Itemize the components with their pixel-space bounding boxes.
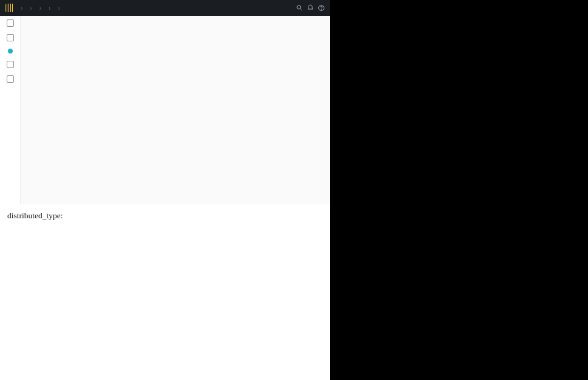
help-icon[interactable] [318,4,325,12]
topbar: › › › › › [0,0,330,16]
config-line: distributed_type: [7,209,323,223]
rail-logs[interactable] [7,61,14,69]
search-icon[interactable] [296,4,303,12]
bell-icon[interactable] [307,4,314,12]
wandb-logo-icon[interactable] [5,4,13,12]
svg-point-0 [297,5,301,9]
left-rail [0,16,21,204]
rail-charts[interactable] [7,34,14,43]
chart-grid [21,16,330,204]
svg-point-2 [321,9,322,10]
nvidia-smi-terminal [330,0,588,380]
rail-system[interactable] [8,49,13,55]
rail-files[interactable] [7,75,14,84]
config-block: distributed_type: [0,204,330,380]
rail-overview[interactable] [7,19,14,28]
